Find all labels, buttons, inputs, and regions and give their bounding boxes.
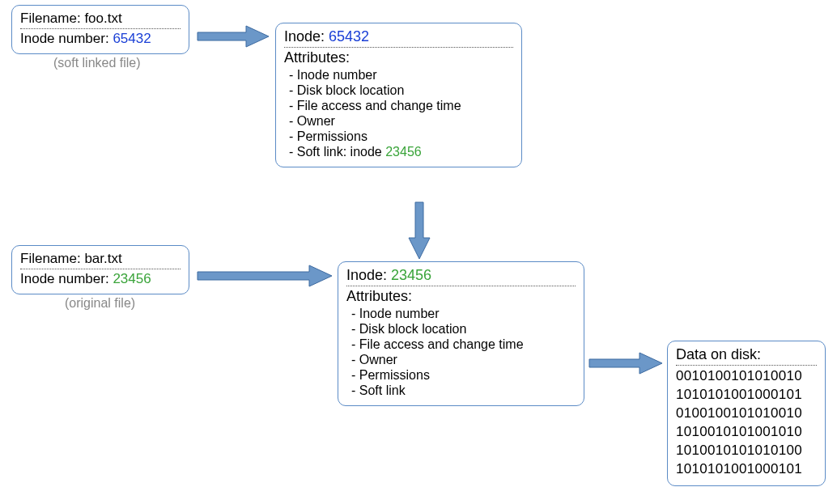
svg-marker-0 [198,26,269,47]
arrow-inode2-to-disk [589,351,664,375]
attr-item: - Inode number [351,307,576,321]
inode-number-label: Inode number: [20,31,109,46]
inode-box-65432: Inode: 65432 Attributes: - Inode number … [275,23,522,167]
attr-item: - Inode number [289,68,513,83]
disk-row: 1010101001000101 [676,460,817,479]
filename-value: foo.txt [84,11,121,26]
attr-item: - Permissions [289,129,513,144]
disk-row: 1010010101010100 [676,442,817,460]
disk-data: 0010100101010010 1010101001000101 010010… [676,367,817,479]
inode-box-23456: Inode: 23456 Attributes: - Inode number … [338,261,584,406]
attr-item: - Disk block location [351,322,576,337]
inode-title-label: Inode: [346,267,387,283]
attr-item: - Owner [289,114,513,129]
disk-row: 0100100101010010 [676,404,817,423]
attr-item: - File access and change time [351,337,576,352]
attr-item-softlink: - Soft link: inode 23456 [289,145,513,159]
inode-title-value: 65432 [329,28,369,44]
inode-number-label: Inode number: [20,271,109,286]
filename-label: Filename: [20,11,81,26]
svg-marker-2 [198,265,332,286]
inode-number-value: 65432 [113,31,151,46]
attributes-list: - Inode number - Disk block location - F… [289,68,513,159]
attr-item: - Disk block location [289,83,513,98]
attr-item: - Owner [351,353,576,367]
attr-item: - File access and change time [289,99,513,113]
softlink-value: 23456 [385,145,422,159]
attributes-list: - Inode number - Disk block location - F… [351,307,576,398]
inode-number-value: 23456 [113,271,151,286]
attributes-heading: Attributes: [284,49,513,66]
disk-title: Data on disk: [676,346,817,366]
data-on-disk-box: Data on disk: 0010100101010010 101010100… [667,341,826,486]
disk-row: 1010010101001010 [676,423,817,442]
attr-item: - Soft link [351,383,576,398]
filename-value: bar.txt [84,251,121,266]
disk-row: 1010101001000101 [676,386,817,404]
attributes-heading: Attributes: [346,288,576,305]
file1-caption: (soft linked file) [53,56,141,70]
file2-caption: (original file) [65,296,135,311]
inode-title-label: Inode: [284,28,325,44]
inode-title-value: 23456 [391,267,431,283]
file-entry-bar: Filename: bar.txt Inode number: 23456 [11,245,189,294]
attr-item: - Permissions [351,368,576,383]
disk-row: 0010100101010010 [676,367,817,386]
file-entry-foo: Filename: foo.txt Inode number: 65432 [11,5,189,54]
arrow-inode1-to-inode2 [407,202,431,260]
arrow-file1-to-inode1 [198,24,270,49]
filename-label: Filename: [20,251,81,266]
svg-marker-1 [409,202,430,259]
svg-marker-3 [589,353,662,374]
softlink-label: - Soft link: inode [289,145,382,159]
arrow-file2-to-inode2 [198,264,334,288]
